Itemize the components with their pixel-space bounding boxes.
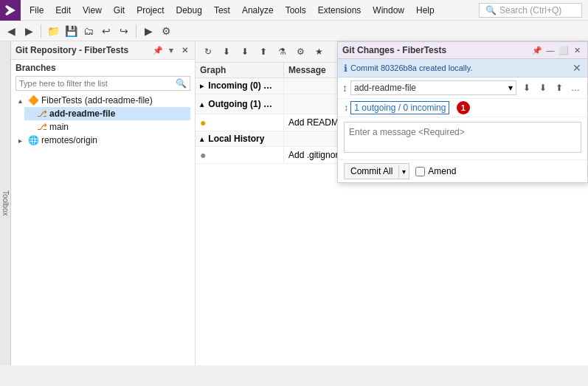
commit-all-btn[interactable]: Commit All ▾ bbox=[344, 163, 409, 179]
more-actions-btn[interactable]: … bbox=[568, 80, 583, 95]
branch-filter-box[interactable]: 🔍 bbox=[15, 76, 190, 91]
settings-btn[interactable]: ⚙ bbox=[292, 44, 308, 60]
star-btn[interactable]: ★ bbox=[311, 44, 327, 60]
branch-actions: ⬇ ⬇ ⬆ … bbox=[519, 80, 583, 95]
commit-row: Commit All ▾ Amend bbox=[338, 160, 587, 182]
gc-close-btn[interactable]: ✕ bbox=[571, 44, 583, 56]
info-bar: ℹ Commit 80326b8a created locally. ✕ bbox=[338, 59, 587, 77]
menu-help[interactable]: Help bbox=[410, 3, 440, 18]
menu-file[interactable]: File bbox=[24, 3, 49, 18]
col-header-graph: Graph bbox=[196, 63, 284, 77]
left-panel-header: Git Repository - FiberTests 📌 ▾ ✕ bbox=[11, 41, 195, 60]
search-box[interactable]: 🔍 Search (Ctrl+Q) bbox=[479, 3, 582, 18]
toolbox-sidebar[interactable]: Toolbox bbox=[0, 41, 11, 365]
menu-window[interactable]: Window bbox=[367, 3, 410, 18]
push-btn[interactable]: ⬆ bbox=[255, 44, 271, 60]
panel-pin-btn[interactable]: 📌 bbox=[152, 44, 164, 56]
tree-label-fibertests: FiberTests (add-readme-file) bbox=[41, 95, 153, 106]
toolbar-start[interactable]: ▶ bbox=[140, 23, 156, 39]
tree-arrow-fibertests: ▴ bbox=[18, 97, 26, 105]
toolbar-back[interactable]: ◀ bbox=[3, 23, 19, 39]
gc-maximize-btn[interactable]: ⬜ bbox=[558, 44, 570, 56]
tree-item-fibertests[interactable]: ▴ 🔶 FiberTests (add-readme-file) bbox=[15, 94, 190, 107]
search-placeholder: Search (Ctrl+Q) bbox=[499, 5, 561, 15]
git-changes-actions: 📌 — ⬜ ✕ bbox=[531, 44, 583, 56]
vs-logo bbox=[0, 0, 21, 21]
local-history-label: Local History bbox=[208, 134, 264, 144]
menu-project[interactable]: Project bbox=[131, 3, 170, 18]
incoming-toggle[interactable]: ▸ bbox=[200, 82, 204, 90]
toolbar-sep-2 bbox=[136, 24, 136, 38]
toolbar-save-all[interactable]: 🗂 bbox=[80, 23, 97, 39]
panel-header-actions: 📌 ▾ ✕ bbox=[152, 44, 190, 56]
info-bar-left: ℹ Commit 80326b8a created locally. bbox=[344, 63, 473, 74]
tree-arrow-remotes: ▸ bbox=[18, 137, 26, 145]
tree-label-add-readme: add-readme-file bbox=[49, 108, 115, 119]
commit-message-input[interactable] bbox=[344, 122, 581, 153]
sync-link[interactable]: 1 outgoing / 0 incoming bbox=[350, 101, 449, 114]
main-area: Toolbox Git Repository - FiberTests 📌 ▾ … bbox=[0, 41, 588, 365]
amend-checkbox[interactable] bbox=[415, 167, 425, 176]
gc-minimize-btn[interactable]: — bbox=[544, 44, 556, 56]
toolbar-extra[interactable]: ⚙ bbox=[158, 23, 174, 39]
fetch-btn[interactable]: ⬇ bbox=[218, 44, 235, 60]
remote-icon: 🌐 bbox=[28, 135, 39, 145]
pull-btn[interactable]: ⬇ bbox=[237, 44, 253, 60]
git-changes-header: Git Changes - FiberTests 📌 — ⬜ ✕ bbox=[338, 42, 587, 59]
branches-section: Branches 🔍 ▴ 🔶 FiberTests (add-readme-fi… bbox=[11, 60, 195, 150]
refresh-btn[interactable]: ↻ bbox=[200, 44, 216, 60]
filter-btn[interactable]: ⚗ bbox=[274, 44, 290, 60]
tree-label-main: main bbox=[49, 122, 69, 132]
menu-bar: File Edit View Git Project Debug Test An… bbox=[0, 0, 588, 21]
toolbar-redo[interactable]: ↪ bbox=[116, 23, 132, 39]
menu-git[interactable]: Git bbox=[108, 3, 131, 18]
panel-dropdown-btn[interactable]: ▾ bbox=[165, 44, 177, 56]
outgoing-toggle[interactable]: ▴ bbox=[200, 100, 204, 108]
main-toolbar: ◀ ▶ 📁 💾 🗂 ↩ ↪ ▶ ⚙ bbox=[0, 21, 588, 41]
git-changes-panel: Git Changes - FiberTests 📌 — ⬜ ✕ ℹ Commi… bbox=[337, 41, 588, 183]
git-changes-title: Git Changes - FiberTests bbox=[342, 45, 446, 55]
menu-view[interactable]: View bbox=[77, 3, 108, 18]
info-close-btn[interactable]: ✕ bbox=[573, 62, 581, 74]
sync-badge: 1 bbox=[457, 101, 470, 114]
repo-icon: 🔶 bbox=[28, 95, 39, 106]
branch-filter-input[interactable] bbox=[19, 79, 173, 88]
outgoing-graph: ▴ Outgoing (1) Push 2 bbox=[196, 94, 284, 114]
menu-tools[interactable]: Tools bbox=[280, 3, 312, 18]
menu-debug[interactable]: Debug bbox=[170, 3, 208, 18]
toolbar-forward[interactable]: ▶ bbox=[21, 23, 37, 39]
branch-dropdown[interactable]: add-readme-file ▾ bbox=[350, 80, 516, 95]
toolbar-undo[interactable]: ↩ bbox=[98, 23, 114, 39]
outgoing-label: Outgoing (1) bbox=[208, 99, 260, 109]
amend-row: Amend bbox=[415, 166, 456, 176]
fetch-link[interactable]: Fetch bbox=[268, 81, 284, 92]
menu-analyze[interactable]: Analyze bbox=[236, 3, 280, 18]
menu-test[interactable]: Test bbox=[208, 3, 236, 18]
menu-extensions[interactable]: Extensions bbox=[312, 3, 367, 18]
search-icon: 🔍 bbox=[485, 5, 497, 15]
push-action-btn[interactable]: ⬆ bbox=[552, 80, 567, 95]
amend-label: Amend bbox=[428, 166, 456, 176]
branch-icon-add-readme: ⎇ bbox=[37, 108, 47, 119]
sync-arrows: ↕ bbox=[344, 103, 348, 113]
gc-pin-btn[interactable]: 📌 bbox=[531, 44, 543, 56]
toolbar-save[interactable]: 💾 bbox=[63, 23, 79, 39]
info-text: Commit 80326b8a created locally. bbox=[350, 63, 473, 72]
tree-item-add-readme[interactable]: ⎇ add-readme-file bbox=[24, 107, 190, 120]
left-panel-title: Git Repository - FiberTests bbox=[15, 45, 128, 55]
menu-edit[interactable]: Edit bbox=[49, 3, 77, 18]
outgoing-push-btn[interactable]: Push bbox=[266, 98, 284, 110]
commit-2-graph: ● bbox=[196, 147, 284, 163]
tree-label-remotes: remotes/origin bbox=[41, 135, 97, 145]
toolbar-open[interactable]: 📁 bbox=[45, 23, 61, 39]
tree-item-remotes[interactable]: ▸ 🌐 remotes/origin bbox=[15, 134, 190, 147]
tree-item-main[interactable]: ⎇ main bbox=[24, 120, 190, 134]
commit-btn-label: Commit All bbox=[345, 164, 398, 179]
local-history-toggle[interactable]: ▴ bbox=[200, 135, 204, 143]
panel-close-btn[interactable]: ✕ bbox=[179, 44, 190, 56]
commit-btn-arrow[interactable]: ▾ bbox=[398, 165, 409, 178]
commit-1-graph: ● bbox=[196, 114, 284, 131]
pull-action-btn[interactable]: ⬇ bbox=[536, 80, 550, 95]
fetch-action-btn[interactable]: ⬇ bbox=[519, 80, 534, 95]
branch-dropdown-arrow: ▾ bbox=[508, 83, 513, 93]
